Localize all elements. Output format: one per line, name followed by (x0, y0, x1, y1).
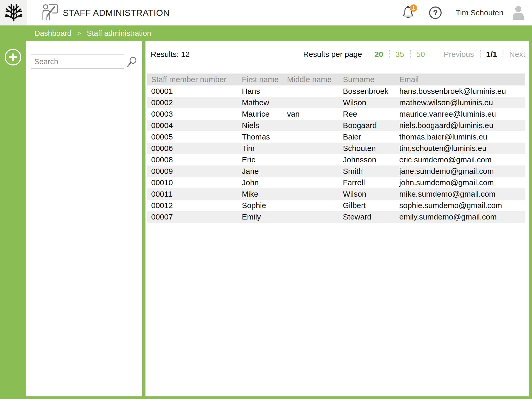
table-row[interactable]: 00006 Tim Schouten tim.schouten@luminis.… (147, 143, 525, 154)
cell-first-name: Niels (242, 120, 287, 131)
cell-email: tim.schouten@luminis.eu (399, 143, 525, 154)
table-row[interactable]: 00010 John Farrell john.sumdemo@gmail.co… (147, 177, 525, 188)
cell-first-name: Maurice (242, 108, 287, 120)
table-row[interactable]: 00005 Thomas Baier thomas.baier@luminis.… (147, 131, 525, 143)
cell-staff-number: 00002 (147, 97, 242, 108)
cell-email: john.sumdemo@gmail.com (399, 177, 525, 188)
cell-staff-number: 00009 (147, 165, 242, 177)
cell-staff-number: 00008 (147, 154, 242, 165)
previous-page-button[interactable]: Previous (444, 50, 474, 59)
table-row[interactable]: 00003 Maurice van Ree maurice.vanree@lum… (147, 108, 525, 120)
cell-surname: Wilson (343, 188, 399, 200)
next-page-button[interactable]: Next (509, 50, 525, 59)
cell-staff-number: 00011 (147, 188, 242, 200)
per-page-option-20[interactable]: 20 (375, 50, 383, 59)
top-bar-actions: 1 ? Tim Schouten (401, 5, 532, 21)
content-area: Results: 12 Results per page 20 35 50 Pr… (0, 41, 532, 396)
table-row[interactable]: 00004 Niels Boogaard niels.boogaard@lumi… (147, 120, 525, 131)
table-row[interactable]: 00001 Hans Bossenbroek hans.bossenbroek@… (147, 85, 525, 97)
table-header-row: Staff member number First name Middle na… (147, 74, 525, 85)
page-title: STAFF ADMINISTRATION (63, 8, 170, 18)
cell-first-name: Emily (242, 211, 287, 223)
pagination-separator (389, 50, 390, 58)
user-name[interactable]: Tim Schouten (456, 8, 503, 17)
cell-email: sophie.sumdemo@gmail.com (399, 200, 525, 211)
cell-staff-number: 00001 (147, 85, 242, 97)
cell-first-name: Mike (242, 188, 287, 200)
results-toolbar: Results: 12 Results per page 20 35 50 Pr… (147, 41, 525, 74)
help-glyph: ? (433, 9, 438, 17)
column-header-email: Email (399, 74, 525, 85)
cell-email: niels.boogaard@luminis.eu (399, 120, 525, 131)
cell-surname: Schouten (343, 143, 399, 154)
cell-middle-name (287, 177, 343, 188)
table-row[interactable]: 00012 Sophie Gilbert sophie.sumdemo@gmai… (147, 200, 525, 211)
breadcrumb-current-page: Staff administration (87, 29, 151, 38)
page-indicator: 1/1 (486, 50, 497, 59)
top-bar: STAFF ADMINISTRATION 1 ? Tim Schouten (0, 0, 532, 25)
search-panel (26, 41, 142, 396)
notifications-button[interactable]: 1 (401, 5, 416, 21)
cell-middle-name (287, 120, 343, 131)
per-page-option-35[interactable]: 35 (395, 50, 404, 59)
staff-table: Staff member number First name Middle na… (147, 74, 525, 223)
staff-administration-app: STAFF ADMINISTRATION 1 ? Tim Schouten (0, 0, 532, 399)
cell-first-name: Thomas (242, 131, 287, 143)
pagination-separator (503, 50, 503, 58)
cell-surname: Boogaard (343, 120, 399, 131)
pagination-separator (480, 50, 481, 58)
table-row[interactable]: 00007 Emily Steward emily.sumdemo@gmail.… (147, 211, 525, 223)
pagination-separator (410, 50, 411, 58)
cell-surname: Ree (343, 108, 399, 120)
cell-middle-name (287, 211, 343, 223)
table-row[interactable]: 00008 Eric Johnsson eric.sumdemo@gmail.c… (147, 154, 525, 165)
cell-surname: Gilbert (343, 200, 399, 211)
table-row[interactable]: 00009 Jane Smith jane.sumdemo@gmail.com (147, 165, 525, 177)
table-row[interactable]: 00002 Mathew Wilson mathew.wilson@lumini… (147, 97, 525, 108)
cell-first-name: Jane (242, 165, 287, 177)
help-button[interactable]: ? (429, 6, 442, 19)
bottom-border (0, 396, 532, 399)
per-page-option-50[interactable]: 50 (416, 50, 425, 59)
cell-first-name: Eric (242, 154, 287, 165)
app-logo[interactable] (0, 0, 27, 25)
search-icon[interactable] (127, 56, 137, 67)
add-staff-member-button[interactable] (5, 49, 21, 65)
cell-surname: Wilson (343, 97, 399, 108)
cell-surname: Farrell (343, 177, 399, 188)
cell-middle-name (287, 200, 343, 211)
cell-first-name: Hans (242, 85, 287, 97)
cell-email: eric.sumdemo@gmail.com (399, 154, 525, 165)
cell-surname: Baier (343, 131, 399, 143)
cell-staff-number: 00003 (147, 108, 242, 120)
cell-first-name: Mathew (242, 97, 287, 108)
column-header-middle-name: Middle name (287, 74, 343, 85)
page-title-group: STAFF ADMINISTRATION (42, 3, 170, 22)
cell-email: thomas.baier@luminis.eu (399, 131, 525, 143)
cell-staff-number: 00010 (147, 177, 242, 188)
cell-first-name: Sophie (242, 200, 287, 211)
cell-middle-name (287, 188, 343, 200)
results-count: Results: 12 (151, 50, 190, 59)
cell-staff-number: 00007 (147, 211, 242, 223)
avatar-icon (510, 5, 526, 21)
cell-surname: Steward (343, 211, 399, 223)
action-rail (0, 41, 26, 396)
breadcrumb-dashboard[interactable]: Dashboard (35, 29, 71, 38)
cell-email: mathew.wilson@luminis.eu (399, 97, 525, 108)
tree-logo-icon (4, 3, 23, 22)
table-row[interactable]: 00011 Mike Wilson mike.sumdemo@gmail.com (147, 188, 525, 200)
cell-staff-number: 00006 (147, 143, 242, 154)
cell-middle-name (287, 97, 343, 108)
search-input[interactable] (31, 55, 124, 69)
column-header-surname: Surname (343, 74, 399, 85)
cell-surname: Smith (343, 165, 399, 177)
cell-middle-name: van (287, 108, 343, 120)
breadcrumb: Dashboard > Staff administration (0, 25, 532, 41)
cell-surname: Johnsson (343, 154, 399, 165)
cell-middle-name (287, 165, 343, 177)
results-per-page-label: Results per page (303, 50, 362, 59)
user-avatar[interactable] (510, 5, 526, 21)
main-panel: Results: 12 Results per page 20 35 50 Pr… (145, 41, 529, 396)
cell-middle-name (287, 131, 343, 143)
